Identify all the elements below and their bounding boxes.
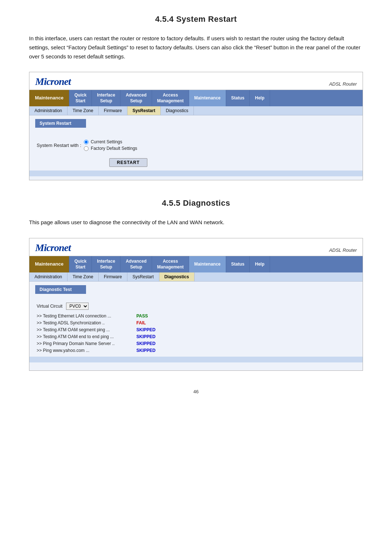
nav-help-2[interactable]: Help [250, 256, 270, 272]
nav-quick-start-1[interactable]: QuickStart [69, 90, 92, 106]
nav-bar-2: Maintenance QuickStart InterfaceSetup Ad… [29, 256, 363, 272]
diag-test-4: >> Testing ATM OAM end to end ping ... [37, 334, 115, 339]
nav-interface-setup-1[interactable]: InterfaceSetup [92, 90, 121, 106]
section2-title: 4.5.5 Diagnostics [29, 198, 363, 208]
maintenance-nav-label-2[interactable]: Maintenance [29, 256, 69, 272]
section1-title: 4.5.4 System Restart [29, 15, 363, 24]
current-settings-label: Current Settings [91, 139, 122, 144]
micronet-logo-1: Micronet [35, 76, 71, 87]
nav-quick-start-2[interactable]: QuickStart [69, 256, 92, 272]
factory-settings-label: Factory Default Settings [91, 146, 137, 151]
diag-test-1: >> Testing Ethernet LAN connection ... [37, 313, 115, 319]
diag-test-3: >> Testing ATM OAM segment ping ... [37, 327, 115, 332]
nav-maintenance-1[interactable]: Maintenance [189, 90, 226, 106]
sub-firmware-1[interactable]: Firmware [99, 106, 127, 115]
diag-test-5: >> Ping Primary Domain Name Server .. [37, 341, 115, 346]
router-ui-1: Micronet ADSL Router Maintenance QuickSt… [29, 72, 363, 180]
virtual-circuit-label: Virtual Circuit [37, 304, 62, 309]
sub-firmware-2[interactable]: Firmware [99, 272, 127, 281]
sub-sysrestart-2[interactable]: SysRestart [127, 272, 159, 281]
section2-body: This page allows user to diagnose the co… [29, 218, 363, 227]
diag-status-labels: PASS FAIL SKIPPED SKIPPED SKIPPED SKIPPE… [136, 313, 156, 353]
router-header-2: Micronet ADSL Router [29, 238, 363, 256]
nav-help-1[interactable]: Help [250, 90, 270, 106]
diag-status-6: SKIPPED [136, 348, 156, 353]
sub-nav-1: Administration Time Zone Firmware SysRes… [29, 106, 363, 115]
radio-current-settings[interactable]: Current Settings [84, 139, 137, 144]
nav-advanced-setup-1[interactable]: AdvancedSetup [121, 90, 152, 106]
section1-body: In this interface, users can restart the… [29, 34, 363, 61]
diagnostic-test-header: Diagnostic Test [35, 285, 86, 294]
nav-advanced-setup-2[interactable]: AdvancedSetup [121, 256, 152, 272]
adsl-label-1: ADSL Router [329, 81, 357, 87]
nav-access-management-2[interactable]: AccessManagement [152, 256, 189, 272]
sub-diagnostics-2[interactable]: Diagnostics [159, 272, 195, 281]
restart-label: System Restart with : [37, 143, 81, 148]
virtual-circuit-row: Virtual Circuit PVC0 [37, 303, 355, 310]
nav-status-2[interactable]: Status [226, 256, 250, 272]
radio-current-input[interactable] [84, 140, 89, 144]
nav-status-1[interactable]: Status [226, 90, 250, 106]
sub-timezone-1[interactable]: Time Zone [68, 106, 99, 115]
diag-test-2: >> Testing ADSL Synchronization .. [37, 320, 115, 325]
nav-maintenance-2[interactable]: Maintenance [189, 256, 226, 272]
nav-access-management-1[interactable]: AccessManagement [152, 90, 189, 106]
adsl-label-2: ADSL Router [329, 247, 357, 253]
footer-bar-2 [29, 357, 363, 362]
system-restart-header: System Restart [35, 119, 86, 128]
maintenance-nav-label-1[interactable]: Maintenance [29, 90, 69, 106]
diagnostics-body: Virtual Circuit PVC0 >> Testing Ethernet… [29, 299, 363, 357]
nav-bar-1: Maintenance QuickStart InterfaceSetup Ad… [29, 90, 363, 106]
sub-timezone-2[interactable]: Time Zone [68, 272, 99, 281]
virtual-circuit-select[interactable]: PVC0 [66, 303, 89, 310]
sub-nav-2: Administration Time Zone Firmware SysRes… [29, 272, 363, 282]
system-restart-body: System Restart with : Current Settings F… [29, 133, 363, 171]
sub-sysrestart-1[interactable]: SysRestart [127, 106, 161, 115]
diag-tests-container: >> Testing Ethernet LAN connection ... >… [37, 313, 355, 353]
radio-factory-input[interactable] [84, 146, 89, 151]
diag-test-labels: >> Testing Ethernet LAN connection ... >… [37, 313, 115, 353]
diag-status-1: PASS [136, 313, 156, 319]
diag-status-3: SKIPPED [136, 327, 156, 332]
router-header-1: Micronet ADSL Router [29, 72, 363, 90]
diag-status-2: FAIL [136, 320, 156, 325]
micronet-logo-2: Micronet [35, 242, 71, 254]
diag-status-5: SKIPPED [136, 341, 156, 346]
sub-diagnostics-1[interactable]: Diagnostics [161, 106, 194, 115]
restart-row: System Restart with : Current Settings F… [37, 139, 355, 151]
footer-bar-1 [29, 171, 363, 176]
radio-factory-settings[interactable]: Factory Default Settings [84, 146, 137, 151]
nav-interface-setup-2[interactable]: InterfaceSetup [92, 256, 121, 272]
diag-status-4: SKIPPED [136, 334, 156, 339]
page-number: 46 [29, 389, 363, 394]
router-content-2: Diagnostic Test Virtual Circuit PVC0 >> … [29, 282, 363, 370]
restart-radio-group: Current Settings Factory Default Setting… [84, 139, 137, 151]
router-content-1: System Restart System Restart with : Cur… [29, 115, 363, 180]
sub-administration-2[interactable]: Administration [29, 272, 68, 281]
sub-administration-1[interactable]: Administration [29, 106, 68, 115]
diag-test-6: >> Ping www.yahoo.com ... [37, 348, 115, 353]
router-ui-2: Micronet ADSL Router Maintenance QuickSt… [29, 238, 363, 371]
restart-button[interactable]: RESTART [109, 158, 147, 167]
